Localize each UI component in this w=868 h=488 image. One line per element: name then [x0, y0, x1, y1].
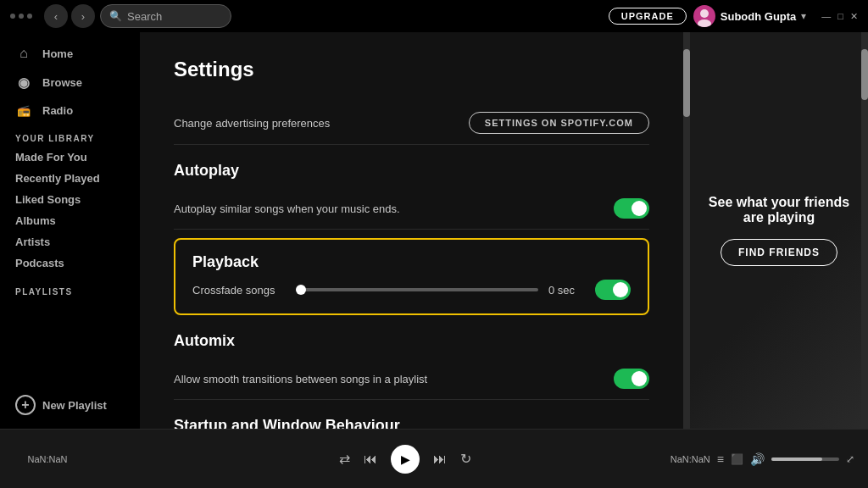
- autoplay-label: Autoplay similar songs when your music e…: [174, 202, 400, 215]
- friends-text: See what your friends are playing: [707, 195, 851, 225]
- maximize-button[interactable]: □: [837, 11, 843, 21]
- title-bar-left: ‹ › 🔍 Search: [10, 4, 231, 28]
- settings-on-spotify-button[interactable]: SETTINGS ON SPOTIFY.COM: [469, 112, 649, 134]
- fullscreen-icon: ⤢: [846, 453, 854, 465]
- sidebar-item-liked-songs[interactable]: Liked Songs: [0, 189, 140, 210]
- content-scroll-area: Settings Change advertising preferences …: [140, 32, 690, 429]
- advertising-label: Change advertising preferences: [174, 117, 330, 130]
- nav-back-button[interactable]: ‹: [44, 4, 68, 28]
- previous-button[interactable]: ⏮: [364, 452, 377, 467]
- minimize-button[interactable]: —: [821, 11, 831, 21]
- shuffle-button[interactable]: ⇄: [339, 451, 350, 467]
- window-controls: — □ ✕: [821, 11, 858, 22]
- sidebar-item-podcasts[interactable]: Podcasts: [0, 252, 140, 274]
- automix-label: Allow smooth transitions between songs i…: [174, 373, 427, 385]
- current-time-right: NaN:NaN: [670, 454, 710, 464]
- advertising-row: Change advertising preferences SETTINGS …: [174, 102, 649, 145]
- new-playlist-button[interactable]: + New Playlist: [15, 395, 125, 415]
- automix-toggle[interactable]: [614, 369, 649, 389]
- svg-point-0: [700, 9, 709, 18]
- sidebar-item-home[interactable]: ⌂ Home: [7, 39, 133, 68]
- dot3: [27, 14, 32, 19]
- home-icon: ⌂: [15, 46, 32, 61]
- volume-fill: [771, 458, 822, 461]
- sidebar-item-albums[interactable]: Albums: [0, 210, 140, 231]
- queue-icon: ≡: [717, 452, 724, 466]
- playlists-section-title: PLAYLISTS: [0, 274, 140, 300]
- title-bar-right: UPGRADE Subodh Gupta ▾ — □ ✕: [609, 5, 858, 27]
- autoplay-section-title: Autoplay: [174, 162, 649, 180]
- next-button[interactable]: ⏭: [433, 452, 447, 467]
- repeat-button[interactable]: ↻: [460, 451, 471, 467]
- play-button[interactable]: ▶: [391, 445, 420, 474]
- crossfade-value: 0 sec: [548, 284, 578, 297]
- sidebar-item-label-browse: Browse: [42, 76, 82, 89]
- sidebar-item-recently-played[interactable]: Recently Played: [0, 168, 140, 189]
- svg-point-1: [698, 19, 711, 27]
- crossfade-toggle[interactable]: [595, 280, 631, 300]
- new-playlist-label: New Playlist: [42, 399, 107, 412]
- title-bar: ‹ › 🔍 Search UPGRADE Subodh Gupta ▾ — □ …: [0, 0, 868, 32]
- chevron-down-icon: ▾: [801, 10, 806, 22]
- username: Subodh Gupta: [721, 10, 797, 23]
- crossfade-slider[interactable]: [296, 288, 538, 291]
- player-bar: NaN:NaN ⇄ ⏮ ▶ ⏭ ↻ NaN:NaN ≡ ⬛ 🔊 ⤢: [0, 429, 868, 488]
- user-area[interactable]: Subodh Gupta ▾: [693, 5, 807, 27]
- right-panel-scroll-thumb: [861, 49, 868, 100]
- devices-icon: ⬛: [731, 453, 743, 465]
- right-panel-scrollbar[interactable]: [861, 32, 868, 429]
- browse-icon: ◉: [15, 75, 32, 91]
- nav-controls: ‹ ›: [44, 4, 95, 28]
- find-friends-button[interactable]: FIND FRIENDS: [721, 239, 837, 266]
- settings-content: Settings Change advertising preferences …: [140, 32, 683, 429]
- sidebar-nav: ⌂ Home ◉ Browse 📻 Radio: [0, 39, 140, 124]
- close-button[interactable]: ✕: [850, 11, 858, 22]
- autoplay-toggle[interactable]: [614, 198, 649, 219]
- upgrade-button[interactable]: UPGRADE: [609, 8, 687, 25]
- player-controls: ⇄ ⏮ ▶ ⏭ ↻: [141, 445, 670, 474]
- volume-slider[interactable]: [771, 458, 839, 461]
- sidebar-item-browse[interactable]: ◉ Browse: [7, 68, 133, 97]
- content-scrollbar-thumb: [683, 49, 690, 117]
- sidebar-item-label-home: Home: [42, 47, 73, 60]
- startup-section-title: Startup and Window Behaviour: [174, 417, 649, 429]
- sidebar-item-artists[interactable]: Artists: [0, 231, 140, 252]
- sidebar: ⌂ Home ◉ Browse 📻 Radio YOUR LIBRARY Mad…: [0, 32, 140, 429]
- autoplay-row: Autoplay similar songs when your music e…: [174, 188, 649, 230]
- nav-forward-button[interactable]: ›: [71, 4, 95, 28]
- slider-thumb: [296, 285, 306, 295]
- library-section-title: YOUR LIBRARY: [0, 124, 140, 147]
- player-left: NaN:NaN: [14, 454, 141, 464]
- search-bar[interactable]: 🔍 Search: [100, 4, 231, 28]
- sidebar-footer: + New Playlist: [0, 388, 140, 422]
- playback-section: Playback Crossfade songs 0 sec: [174, 238, 649, 315]
- current-time: NaN:NaN: [14, 454, 81, 464]
- automix-section-title: Automix: [174, 332, 649, 350]
- radio-icon: 📻: [15, 104, 32, 117]
- settings-title: Settings: [174, 58, 649, 81]
- content-scrollbar[interactable]: [683, 32, 690, 429]
- automix-row: Allow smooth transitions between songs i…: [174, 358, 649, 400]
- plus-circle-icon: +: [15, 395, 36, 415]
- sidebar-item-radio[interactable]: 📻 Radio: [7, 97, 133, 124]
- avatar: [693, 5, 715, 27]
- dot1: [10, 14, 15, 19]
- playback-section-title: Playback: [192, 253, 631, 271]
- right-panel-content: See what your friends are playing FIND F…: [707, 195, 851, 266]
- dot2: [19, 14, 24, 19]
- search-placeholder: Search: [127, 10, 162, 23]
- main-layout: ⌂ Home ◉ Browse 📻 Radio YOUR LIBRARY Mad…: [0, 32, 868, 429]
- sidebar-item-label-radio: Radio: [42, 104, 73, 117]
- crossfade-label: Crossfade songs: [192, 284, 286, 297]
- crossfade-row: Crossfade songs 0 sec: [192, 280, 631, 300]
- volume-icon: 🔊: [750, 452, 765, 466]
- player-right: NaN:NaN ≡ ⬛ 🔊 ⤢: [670, 452, 854, 466]
- search-icon: 🔍: [109, 10, 122, 22]
- right-panel: See what your friends are playing FIND F…: [690, 32, 868, 429]
- sidebar-item-made-for-you[interactable]: Made For You: [0, 147, 140, 168]
